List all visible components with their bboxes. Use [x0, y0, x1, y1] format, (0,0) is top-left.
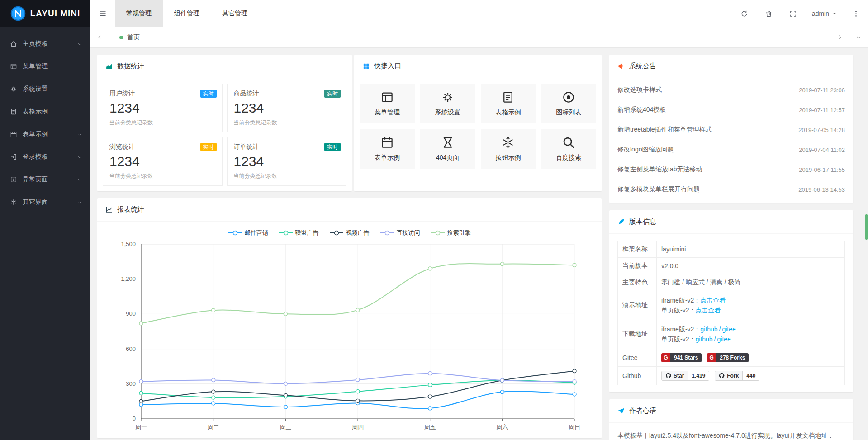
download-prefix: 单页版-v2：: [661, 336, 695, 343]
version-table: 框架名称 layuimini 当前版本 v2.0.0 主要特色 零门槛 / 响应…: [617, 241, 845, 385]
legend-label: 联盟广告: [295, 229, 319, 237]
sidebar-item-label: 表单示例: [23, 130, 77, 138]
announcement-item[interactable]: 修改选项卡样式 2019-07-11 23:06: [617, 80, 845, 100]
legend-item-邮件营销[interactable]: 邮件营销: [228, 229, 268, 237]
announcement-item[interactable]: 修改logo图缩放问题 2019-07-04 11:02: [617, 140, 845, 160]
badge-count: 1,419: [688, 371, 709, 380]
gitee-forks-badge[interactable]: G 278 Forks: [707, 353, 749, 362]
legend-marker: [380, 230, 394, 236]
author-text: 本模板基于layui2.5.4以及font-awesome-4.7.0进行实现。…: [617, 432, 834, 439]
badge-text: 278 Forks: [716, 353, 749, 362]
sidebar-item-other-ui[interactable]: 其它界面: [0, 191, 90, 213]
shortcut-404-page[interactable]: 404页面: [420, 129, 475, 169]
github-fork-badge[interactable]: Fork 440: [715, 371, 759, 381]
card-data-stats: 数据统计 用户统计 实时 1234 当前分类总记录数 商品统计 实时: [97, 55, 352, 191]
shortcut-label: 图标列表: [556, 109, 581, 117]
shortcut-table-example[interactable]: 表格示例: [481, 84, 536, 123]
svg-text:600: 600: [126, 345, 136, 352]
topnav-tab-other[interactable]: 其它管理: [211, 0, 259, 27]
sidebar-item-table-example[interactable]: 表格示例: [0, 100, 90, 123]
sidebar-item-error-page[interactable]: 异常页面: [0, 168, 90, 191]
download-iframe-gitee-link[interactable]: gitee: [722, 326, 735, 333]
version-row-value: iframe版-v2：点击查看 单页版-v2：点击查看: [657, 291, 845, 320]
github-star-badge[interactable]: Star 1,419: [661, 371, 709, 381]
legend-item-视频广告[interactable]: 视频广告: [330, 229, 370, 237]
svg-text:周五: 周五: [424, 424, 436, 431]
sidebar-item-system-settings[interactable]: 系统设置: [0, 78, 90, 100]
shortcut-menu-manage[interactable]: 菜单管理: [360, 84, 415, 123]
shortcut-baidu-search[interactable]: 百度搜索: [541, 129, 596, 169]
version-row-label: 主要特色: [618, 274, 657, 291]
legend-marker: [228, 230, 242, 236]
github-icon: [665, 373, 671, 378]
author-content: 本模板基于layui2.5.4以及font-awesome-4.7.0进行实现。…: [609, 423, 853, 440]
legend-label: 搜索引擎: [447, 229, 471, 237]
version-row-value: 零门槛 / 响应式 / 清爽 / 极简: [657, 274, 845, 291]
logo-title: LAYUI MINI: [30, 9, 81, 19]
fullscreen-button[interactable]: [781, 0, 806, 27]
chevron-down-icon: [856, 34, 862, 40]
sidebar-item-login-template[interactable]: 登录模板: [0, 146, 90, 168]
calendar-icon: [380, 136, 394, 149]
logo[interactable]: LAYUI MINI: [0, 0, 90, 27]
shortcut-icon-list[interactable]: 图标列表: [541, 84, 596, 123]
announcement-item[interactable]: 修复左侧菜单缩放tab无法移动 2019-06-17 11:55: [617, 160, 845, 180]
more-menu-button[interactable]: [844, 0, 868, 27]
legend-label: 视频广告: [346, 229, 370, 237]
stat-desc: 当前分类总记录数: [234, 119, 340, 127]
sidebar-item-home-template[interactable]: 主页模板: [0, 33, 90, 55]
status-badge: 实时: [200, 143, 217, 151]
shortcut-form-example[interactable]: 表单示例: [360, 129, 415, 169]
tab-options-button[interactable]: [849, 27, 868, 47]
svg-text:周四: 周四: [352, 424, 364, 431]
refresh-button[interactable]: [732, 0, 757, 27]
report-line-chart: 03006009001,2001,500周一周二周三周四周五周六周日: [104, 239, 595, 437]
stat-desc: 当前分类总记录数: [109, 119, 216, 127]
file-icon: [501, 90, 515, 104]
legend-item-搜索引擎[interactable]: 搜索引擎: [431, 229, 471, 237]
stat-label: 商品统计: [234, 90, 340, 98]
version-row-label: 框架名称: [618, 241, 657, 258]
tab-scroll-right-button[interactable]: [830, 27, 849, 47]
topnav-tab-general[interactable]: 常规管理: [115, 0, 163, 27]
login-icon: [10, 153, 17, 161]
sidebar-item-menu-manage[interactable]: 菜单管理: [0, 55, 90, 78]
download-iframe-github-link[interactable]: github: [700, 326, 717, 333]
download-single-github-link[interactable]: github: [695, 336, 712, 343]
right-column: 系统公告 修改选项卡样式 2019-07-11 23:06 新增系统404模板 …: [609, 55, 853, 440]
clear-cache-button[interactable]: [757, 0, 781, 27]
chevron-down-icon: [77, 177, 82, 182]
download-single-gitee-link[interactable]: gitee: [717, 336, 731, 343]
shortcut-system-settings[interactable]: 系统设置: [420, 84, 475, 123]
card-header: 系统公告: [609, 55, 853, 78]
chevron-right-icon: [837, 34, 843, 40]
stat-box-users: 用户统计 实时 1234 当前分类总记录数: [103, 84, 223, 132]
demo-iframe-link[interactable]: 点击查看: [700, 297, 726, 304]
tab-scroll-left-button[interactable]: [90, 27, 109, 47]
version-row-value: G 941 Stars G 278 Forks: [657, 349, 845, 366]
top-nav-left: 常规管理 组件管理 其它管理: [90, 0, 259, 27]
topnav-tab-components[interactable]: 组件管理: [163, 0, 211, 27]
announcement-time: 2019-07-11 12:57: [799, 107, 845, 114]
version-row-label: 下载地址: [618, 320, 657, 349]
announcement-item[interactable]: 修复多模块菜单栏展开有问题 2019-06-13 14:53: [617, 180, 845, 199]
announcement-item[interactable]: 新增系统404模板 2019-07-11 12:57: [617, 100, 845, 120]
gitee-stars-badge[interactable]: G 941 Stars: [661, 353, 702, 362]
demo-single-link[interactable]: 点击查看: [695, 307, 721, 314]
shortcut-label: 404页面: [436, 154, 459, 162]
tab-home[interactable]: 首页: [109, 27, 150, 47]
announcement-item[interactable]: 新增treetable插件和菜单管理样式 2019-07-05 14:28: [617, 120, 845, 140]
version-row-value: layuimini: [657, 241, 845, 258]
legend-item-联盟广告[interactable]: 联盟广告: [279, 229, 319, 237]
sidebar-toggle-button[interactable]: [90, 0, 115, 27]
card-header: 作者心语: [609, 399, 853, 423]
card-announcements: 系统公告 修改选项卡样式 2019-07-11 23:06 新增系统404模板 …: [609, 55, 853, 203]
shortcut-button-example[interactable]: 按钮示例: [481, 129, 536, 169]
chart-body: 邮件营销联盟广告视频广告直接访问搜索引擎 03006009001,2001,50…: [97, 222, 602, 438]
stat-value: 1234: [234, 154, 340, 169]
sidebar-item-form-example[interactable]: 表单示例: [0, 123, 90, 146]
user-dropdown[interactable]: admin: [806, 0, 844, 27]
legend-item-直接访问[interactable]: 直接访问: [380, 229, 420, 237]
svg-text:周六: 周六: [496, 424, 508, 431]
scrollbar-thumb[interactable]: [865, 214, 868, 240]
